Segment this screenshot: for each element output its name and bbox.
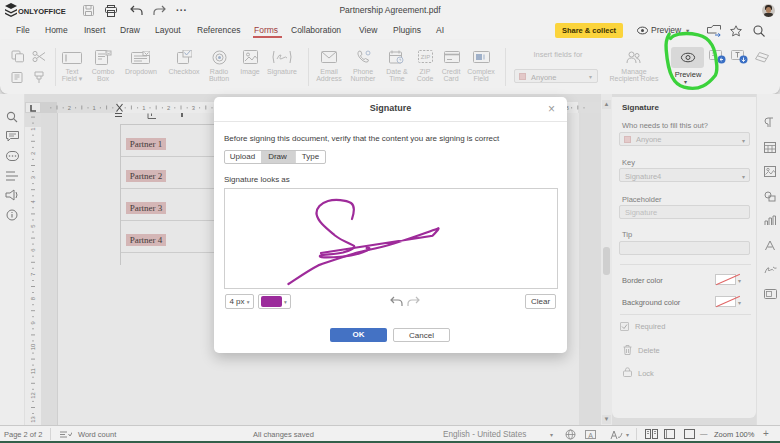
svg-text:1: 1 <box>93 105 96 111</box>
svg-text:2: 2 <box>167 105 170 111</box>
svg-text:6: 6 <box>30 249 36 252</box>
svg-text:13: 13 <box>30 416 36 422</box>
svg-text:1: 1 <box>142 105 145 111</box>
svg-text:10: 10 <box>30 344 36 350</box>
svg-text:2: 2 <box>30 152 36 155</box>
svg-text:2: 2 <box>68 105 71 111</box>
svg-text:12: 12 <box>30 392 36 398</box>
svg-text:3: 3 <box>192 105 195 111</box>
svg-text:ZIP: ZIP <box>421 54 430 60</box>
svg-text:11: 11 <box>30 368 36 374</box>
svg-text:9: 9 <box>30 321 36 324</box>
svg-text:5: 5 <box>30 224 36 227</box>
svg-text:7: 7 <box>30 273 36 276</box>
svg-text:3: 3 <box>30 176 36 179</box>
svg-text:8: 8 <box>30 297 36 300</box>
svg-text:1: 1 <box>30 128 36 131</box>
